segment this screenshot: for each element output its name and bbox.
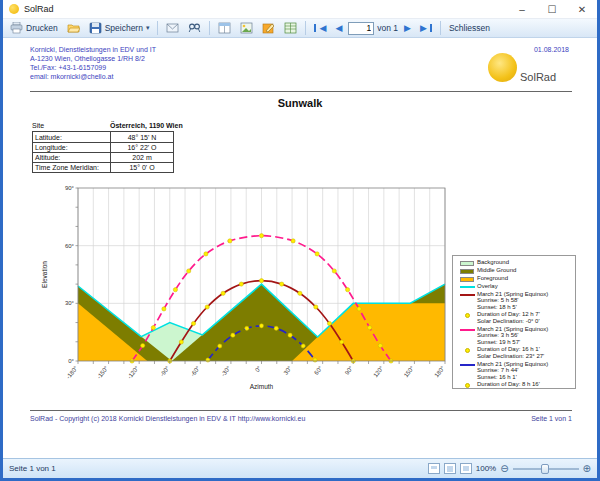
sun-hour-marker <box>340 340 344 344</box>
site-row-label: Time Zone Meridian: <box>33 163 111 172</box>
toolbar-separator <box>440 21 441 35</box>
chart-legend: BackgroundMiddle GroundForegroundOverlay… <box>452 255 576 389</box>
sun-hour-marker <box>332 269 336 273</box>
export-button[interactable] <box>281 21 300 35</box>
x-tick-label: -30° <box>220 364 232 377</box>
sun-hour-marker <box>301 344 305 348</box>
footer-page-number: Seite 1 von 1 <box>531 415 572 422</box>
sun-hour-marker <box>259 234 263 238</box>
sun-hour-marker <box>346 288 350 292</box>
x-tick-label: 180° <box>433 364 446 378</box>
zoom-in-icon[interactable]: ⊕ <box>583 464 591 474</box>
sun-hour-marker <box>151 326 155 330</box>
y-tick-label: 30° <box>65 300 75 306</box>
site-table: Site Österreich, 1190 Wien Latitude:48° … <box>32 119 174 173</box>
table-row: Altitude:202 m <box>33 152 173 162</box>
sun-hour-marker <box>288 333 292 337</box>
toolbar: Drucken Speichern ▾ ◀ ◀ <box>3 19 597 38</box>
minimize-button[interactable]: – <box>507 0 537 19</box>
next-page-icon: ▶ <box>404 22 411 34</box>
footer-copyright: SolRad - Copyright (c) 2018 Kornicki Die… <box>30 415 305 422</box>
report-title: Sunwalk <box>3 97 597 109</box>
x-tick-label: 120° <box>372 364 385 378</box>
sun-hour-marker <box>221 291 225 295</box>
zoom-out-icon[interactable]: ⊖ <box>500 464 508 474</box>
sunwalk-chart: -180°-150°-120°-90°-60°-30°0°30°60°90°12… <box>38 185 458 393</box>
legend-series-0-markers: Duration of Day: 12 h 7'Solar Declinatio… <box>457 311 573 324</box>
site-row-label: Longitude: <box>33 143 111 152</box>
page-number-input[interactable] <box>348 22 374 35</box>
zoom-level: 100% <box>476 464 496 473</box>
export-icon <box>284 22 297 34</box>
y-axis-title: Elevation <box>41 261 48 288</box>
sun-hour-marker <box>259 279 263 283</box>
last-page-button[interactable]: ▶ <box>417 21 435 35</box>
sun-hour-marker <box>274 326 278 330</box>
single-page-view-icon[interactable] <box>428 463 440 474</box>
sun-hour-marker <box>315 252 319 256</box>
save-button[interactable]: Speichern ▾ <box>86 21 153 35</box>
site-row-value: 16° 22' O <box>111 144 173 151</box>
x-tick-label: -150° <box>96 364 110 380</box>
email-icon <box>166 22 179 34</box>
layout-button[interactable] <box>215 21 234 35</box>
next-page-button[interactable]: ▶ <box>401 21 414 35</box>
logo-text: SolRad <box>520 71 556 83</box>
solrad-window: SolRad – ☐ ✕ Drucken Speichern ▾ <box>0 0 600 481</box>
sun-hour-marker <box>179 340 183 344</box>
status-bar: Seite 1 von 1 100% ⊖ ⊕ <box>3 458 597 478</box>
close-button[interactable]: ✕ <box>567 0 597 19</box>
legend-middle-ground: Middle Ground <box>457 267 573 274</box>
save-icon <box>89 22 102 34</box>
company-address: Kornicki, Dienstleistungen in EDV und IT… <box>30 45 156 81</box>
sun-hour-marker <box>173 288 177 292</box>
sun-hour-marker <box>206 358 210 362</box>
site-row-value: 15° 0' O <box>111 164 173 171</box>
sun-hour-marker <box>205 305 209 309</box>
sun-hour-marker <box>218 344 222 348</box>
maximize-button[interactable]: ☐ <box>537 0 567 19</box>
whole-page-view-icon[interactable] <box>460 463 472 474</box>
y-tick-label: 90° <box>65 185 75 191</box>
legend-overlay: Overlay <box>457 283 573 290</box>
find-button[interactable] <box>185 21 204 35</box>
previous-page-button[interactable]: ◀ <box>332 21 345 35</box>
two-page-view-icon[interactable] <box>444 463 456 474</box>
company-line: email: mkornicki@chello.at <box>30 72 156 81</box>
toolbar-separator <box>209 21 210 35</box>
footer-rule <box>30 410 572 411</box>
x-tick-label: 60° <box>313 364 324 375</box>
legend-foreground: Foreground <box>457 275 573 282</box>
site-row-label: Altitude: <box>33 153 111 162</box>
legend-series-0: March 21 (Spring Equinox)Sunrise: 5 h 58… <box>457 291 573 311</box>
close-preview-label: Schliessen <box>449 23 490 33</box>
save-dropdown-caret[interactable]: ▾ <box>146 24 150 32</box>
sun-app-icon <box>9 4 19 14</box>
legend-series-2-markers: Duration of Day: 8 h 16'Solar Declinatio… <box>457 381 573 389</box>
previous-page-icon: ◀ <box>335 22 342 34</box>
site-header-value: Österreich, 1190 Wien <box>110 122 174 129</box>
zoom-slider[interactable] <box>513 468 579 470</box>
sun-hour-marker <box>204 252 208 256</box>
table-row: Latitude:48° 15' N <box>33 132 173 142</box>
print-label: Drucken <box>26 23 58 33</box>
close-preview-button[interactable]: Schliessen <box>446 22 493 34</box>
image-button[interactable] <box>237 21 256 35</box>
print-button[interactable]: Drucken <box>7 21 61 35</box>
report-date: 01.08.2018 <box>534 46 569 53</box>
site-header-label: Site <box>32 122 110 129</box>
open-button[interactable] <box>64 21 83 35</box>
x-tick-label: -90° <box>159 364 171 377</box>
x-tick-label: 0° <box>254 364 263 373</box>
email-button[interactable] <box>163 21 182 35</box>
zoom-slider-handle[interactable] <box>541 464 549 474</box>
report-page: Kornicki, Dienstleistungen in EDV und IT… <box>3 39 597 454</box>
search-icon <box>188 22 201 34</box>
edit-button[interactable] <box>259 21 278 35</box>
sun-hour-marker <box>191 321 195 325</box>
sun-hour-marker <box>314 305 318 309</box>
sun-hour-marker <box>162 307 166 311</box>
table-row: Time Zone Meridian:15° 0' O <box>33 162 173 172</box>
first-page-button[interactable]: ◀ <box>311 21 329 35</box>
x-tick-label: 150° <box>403 364 416 378</box>
